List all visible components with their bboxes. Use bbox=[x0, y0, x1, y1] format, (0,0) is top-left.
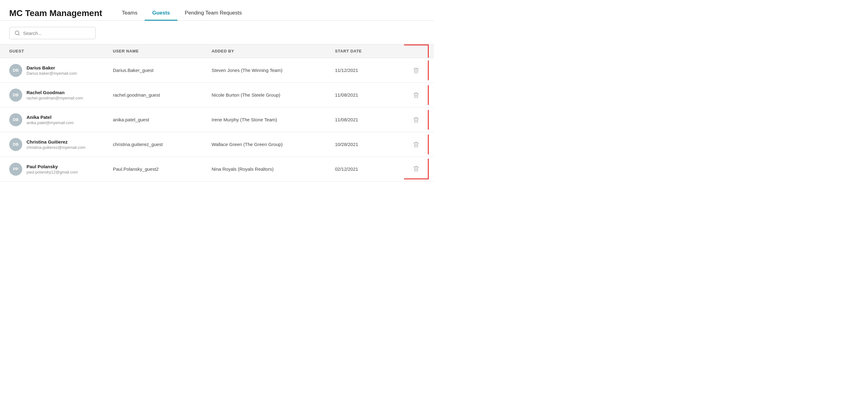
search-box bbox=[9, 27, 96, 39]
table-row: DB Darius Baker Darius.baker@myemail.com… bbox=[0, 58, 434, 83]
col-header-actions bbox=[404, 45, 429, 58]
main-table: GUEST USER NAME ADDED BY START DATE DB D… bbox=[0, 44, 434, 181]
addedby-cell-1: Nicole Burton (The Steele Group) bbox=[207, 87, 330, 103]
username-cell-0: Darius.Baker_guest bbox=[108, 63, 207, 78]
avatar-1: DB bbox=[9, 89, 22, 102]
addedby-cell-4: Nina Royals (Royals Realtors) bbox=[207, 162, 330, 177]
table-body: DB Darius Baker Darius.baker@myemail.com… bbox=[0, 58, 434, 181]
col-header-addedby: ADDED BY bbox=[207, 45, 330, 58]
guest-cell-2: DB Anika Patel anika.patel@myemail.com bbox=[9, 108, 108, 131]
app-container: MC Team Management Teams Guests Pending … bbox=[0, 0, 434, 181]
trash-icon-0 bbox=[413, 67, 419, 74]
addedby-cell-3: Wallace Green (The Green Group) bbox=[207, 137, 330, 152]
guest-name-0: Darius Baker bbox=[27, 65, 77, 70]
startdate-cell-0: 11/12/2021 bbox=[330, 63, 404, 78]
app-title: MC Team Management bbox=[9, 8, 102, 18]
table-header: GUEST USER NAME ADDED BY START DATE bbox=[0, 44, 434, 58]
guest-email-4: paul.polansky12@gmail.com bbox=[27, 170, 78, 174]
guest-info-0: Darius Baker Darius.baker@myemail.com bbox=[27, 65, 77, 76]
startdate-cell-2: 11/08/2021 bbox=[330, 112, 404, 127]
delete-button-0[interactable] bbox=[411, 65, 421, 75]
guest-info-2: Anika Patel anika.patel@myemail.com bbox=[27, 115, 74, 125]
avatar-3: DB bbox=[9, 138, 22, 151]
username-cell-3: christina.guitierez_guest bbox=[108, 137, 207, 152]
table-row: PP Paul Polansky paul.polansky12@gmail.c… bbox=[0, 157, 434, 181]
table-wrapper: GUEST USER NAME ADDED BY START DATE DB D… bbox=[0, 44, 434, 181]
action-cell-2 bbox=[404, 110, 429, 130]
guest-name-4: Paul Polansky bbox=[27, 164, 78, 169]
delete-button-1[interactable] bbox=[411, 90, 421, 100]
col-header-startdate: START DATE bbox=[330, 45, 404, 58]
guest-info-4: Paul Polansky paul.polansky12@gmail.com bbox=[27, 164, 78, 174]
guest-name-1: Rachel Goodman bbox=[27, 90, 83, 95]
guest-info-3: Christina Guitierez christina.guitierez@… bbox=[27, 139, 86, 150]
guest-name-2: Anika Patel bbox=[27, 115, 74, 120]
guest-email-3: christina.guitierez@myemail.com bbox=[27, 145, 86, 150]
guest-cell-0: DB Darius Baker Darius.baker@myemail.com bbox=[9, 59, 108, 82]
table-row: DB Christina Guitierez christina.guitier… bbox=[0, 132, 434, 157]
username-cell-2: anika.patel_guest bbox=[108, 112, 207, 127]
guest-info-1: Rachel Goodman rachel.goodman@myemail.co… bbox=[27, 90, 83, 100]
search-container bbox=[0, 21, 434, 44]
guest-cell-4: PP Paul Polansky paul.polansky12@gmail.c… bbox=[9, 158, 108, 180]
table-row: DB Anika Patel anika.patel@myemail.com a… bbox=[0, 108, 434, 132]
trash-icon-3 bbox=[413, 141, 419, 148]
table-row: DB Rachel Goodman rachel.goodman@myemail… bbox=[0, 83, 434, 108]
guest-email-2: anika.patel@myemail.com bbox=[27, 120, 74, 125]
username-cell-1: rachel.goodman_guest bbox=[108, 87, 207, 103]
addedby-cell-2: Irene Murphy (The Stone Team) bbox=[207, 112, 330, 127]
trash-icon-1 bbox=[413, 92, 419, 98]
action-cell-1 bbox=[404, 85, 429, 105]
col-header-guest: GUEST bbox=[9, 45, 108, 58]
tab-pending[interactable]: Pending Team Requests bbox=[177, 6, 249, 21]
startdate-cell-1: 11/08/2021 bbox=[330, 87, 404, 103]
addedby-cell-0: Steven Jones (The Winning Team) bbox=[207, 63, 330, 78]
action-cell-0 bbox=[404, 60, 429, 80]
avatar-0: DB bbox=[9, 64, 22, 77]
avatar-2: DB bbox=[9, 113, 22, 126]
guest-cell-1: DB Rachel Goodman rachel.goodman@myemail… bbox=[9, 84, 108, 107]
guest-email-0: Darius.baker@myemail.com bbox=[27, 71, 77, 76]
delete-button-3[interactable] bbox=[411, 140, 421, 149]
delete-button-4[interactable] bbox=[411, 164, 421, 173]
username-cell-4: Paul.Polansky_guest2 bbox=[108, 162, 207, 177]
svg-line-1 bbox=[18, 34, 19, 35]
header: MC Team Management Teams Guests Pending … bbox=[0, 0, 434, 21]
nav-tabs: Teams Guests Pending Team Requests bbox=[115, 6, 249, 20]
delete-button-2[interactable] bbox=[411, 115, 421, 125]
startdate-cell-3: 10/28/2021 bbox=[330, 137, 404, 152]
guest-cell-3: DB Christina Guitierez christina.guitier… bbox=[9, 133, 108, 156]
action-cell-3 bbox=[404, 135, 429, 154]
search-input[interactable] bbox=[23, 31, 90, 36]
col-header-username: USER NAME bbox=[108, 45, 207, 58]
action-cell-4 bbox=[404, 159, 429, 179]
tab-guests[interactable]: Guests bbox=[145, 6, 177, 21]
search-icon bbox=[14, 30, 20, 36]
guest-email-1: rachel.goodman@myemail.com bbox=[27, 96, 83, 100]
startdate-cell-4: 02/12/2021 bbox=[330, 162, 404, 177]
trash-icon-4 bbox=[413, 166, 419, 172]
trash-icon-2 bbox=[413, 117, 419, 123]
avatar-4: PP bbox=[9, 163, 22, 176]
tab-teams[interactable]: Teams bbox=[115, 6, 145, 21]
guest-name-3: Christina Guitierez bbox=[27, 139, 86, 144]
